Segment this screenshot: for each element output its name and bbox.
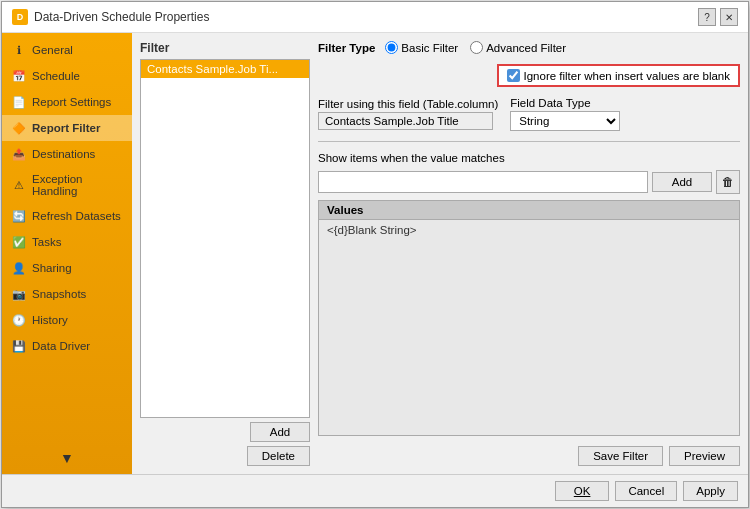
sidebar-item-report-settings[interactable]: 📄 Report Settings [2, 89, 132, 115]
basic-filter-label: Basic Filter [401, 42, 458, 54]
left-panel: Filter Contacts Sample.Job Ti... Add Del… [140, 41, 310, 466]
sidebar-item-label-history: History [32, 314, 68, 326]
close-button[interactable]: ✕ [720, 8, 738, 26]
sidebar-item-label-snapshots: Snapshots [32, 288, 86, 300]
exception-handling-icon: ⚠ [12, 178, 26, 192]
ok-button[interactable]: OK [555, 481, 610, 501]
report-filter-icon: 🔶 [12, 121, 26, 135]
sidebar-item-snapshots[interactable]: 📷 Snapshots [2, 281, 132, 307]
history-icon: 🕐 [12, 313, 26, 327]
snapshots-icon: 📷 [12, 287, 26, 301]
bottom-buttons: Save Filter Preview [318, 442, 740, 466]
dialog-title: Data-Driven Schedule Properties [34, 10, 209, 24]
refresh-datasets-icon: 🔄 [12, 209, 26, 223]
filter-type-label: Filter Type [318, 42, 375, 54]
filter-type-radio-group: Basic Filter Advanced Filter [385, 41, 566, 54]
ignore-filter-box: Ignore filter when insert values are bla… [497, 64, 740, 87]
sidebar-item-label-report-settings: Report Settings [32, 96, 111, 108]
add-filter-button[interactable]: Add [250, 422, 310, 442]
sidebar-item-refresh-datasets[interactable]: 🔄 Refresh Datasets [2, 203, 132, 229]
search-add-row: Add 🗑 [318, 170, 740, 194]
apply-button[interactable]: Apply [683, 481, 738, 501]
sharing-icon: 👤 [12, 261, 26, 275]
schedule-icon: 📅 [12, 69, 26, 83]
sidebar-item-label-tasks: Tasks [32, 236, 61, 248]
values-header: Values [319, 201, 739, 220]
sidebar-item-label-report-filter: Report Filter [32, 122, 100, 134]
clear-icon: 🗑 [722, 175, 734, 189]
advanced-filter-radio-label[interactable]: Advanced Filter [470, 41, 566, 54]
values-section: Values <{d}Blank String> [318, 200, 740, 436]
ignore-filter-checkbox[interactable] [507, 69, 520, 82]
destinations-icon: 📤 [12, 147, 26, 161]
sidebar-item-destinations[interactable]: 📤 Destinations [2, 141, 132, 167]
field-label: Filter using this field (Table.column) [318, 98, 498, 110]
ignore-filter-label: Ignore filter when insert values are bla… [524, 70, 730, 82]
sidebar-item-general[interactable]: ℹ General [2, 37, 132, 63]
bottom-bar: OK Cancel Apply [2, 474, 748, 507]
tasks-icon: ✅ [12, 235, 26, 249]
content-area: ℹ General 📅 Schedule 📄 Report Settings 🔶… [2, 33, 748, 474]
title-bar: D Data-Driven Schedule Properties ? ✕ [2, 2, 748, 33]
main-content: Filter Contacts Sample.Job Ti... Add Del… [132, 33, 748, 474]
sidebar-item-tasks[interactable]: ✅ Tasks [2, 229, 132, 255]
filter-panel-title: Filter [140, 41, 310, 55]
sidebar-arrow-icon: ▼ [60, 450, 74, 466]
divider [318, 141, 740, 142]
right-panel: Filter Type Basic Filter Advanced Filter [318, 41, 740, 466]
dialog: D Data-Driven Schedule Properties ? ✕ ℹ … [1, 1, 749, 508]
general-icon: ℹ [12, 43, 26, 57]
cancel-button[interactable]: Cancel [615, 481, 677, 501]
filter-list: Contacts Sample.Job Ti... [140, 59, 310, 418]
advanced-filter-label: Advanced Filter [486, 42, 566, 54]
sidebar-item-data-driver[interactable]: 💾 Data Driver [2, 333, 132, 359]
sidebar-item-label-sharing: Sharing [32, 262, 72, 274]
sidebar-item-label-schedule: Schedule [32, 70, 80, 82]
values-item: <{d}Blank String> [327, 224, 417, 236]
data-driver-icon: 💾 [12, 339, 26, 353]
help-button[interactable]: ? [698, 8, 716, 26]
dialog-icon: D [12, 9, 28, 25]
preview-button[interactable]: Preview [669, 446, 740, 466]
advanced-filter-radio[interactable] [470, 41, 483, 54]
sidebar: ℹ General 📅 Schedule 📄 Report Settings 🔶… [2, 33, 132, 474]
sidebar-item-label-exception-handling: Exception Handling [32, 173, 122, 197]
field-data-type-label: Field Data Type [510, 97, 620, 109]
sidebar-bottom: ▼ [2, 442, 132, 474]
filter-panel-buttons: Add Delete [140, 422, 310, 466]
sidebar-item-report-filter[interactable]: 🔶 Report Filter [2, 115, 132, 141]
clear-button[interactable]: 🗑 [716, 170, 740, 194]
filter-list-item[interactable]: Contacts Sample.Job Ti... [141, 60, 309, 78]
show-items-label: Show items when the value matches [318, 152, 740, 164]
field-value-input[interactable] [318, 112, 493, 130]
save-filter-button[interactable]: Save Filter [578, 446, 663, 466]
report-settings-icon: 📄 [12, 95, 26, 109]
add-value-button[interactable]: Add [652, 172, 712, 192]
sidebar-item-label-data-driver: Data Driver [32, 340, 90, 352]
two-panel: Filter Contacts Sample.Job Ti... Add Del… [140, 41, 740, 466]
field-data-type-select[interactable]: String Integer Date Boolean [510, 111, 620, 131]
sidebar-item-label-general: General [32, 44, 73, 56]
sidebar-item-exception-handling[interactable]: ⚠ Exception Handling [2, 167, 132, 203]
sidebar-item-sharing[interactable]: 👤 Sharing [2, 255, 132, 281]
search-input[interactable] [318, 171, 648, 193]
delete-filter-button[interactable]: Delete [247, 446, 310, 466]
sidebar-item-label-destinations: Destinations [32, 148, 95, 160]
sidebar-item-history[interactable]: 🕐 History [2, 307, 132, 333]
values-content: <{d}Blank String> [319, 220, 739, 435]
sidebar-item-schedule[interactable]: 📅 Schedule [2, 63, 132, 89]
basic-filter-radio-label[interactable]: Basic Filter [385, 41, 458, 54]
sidebar-item-label-refresh-datasets: Refresh Datasets [32, 210, 121, 222]
basic-filter-radio[interactable] [385, 41, 398, 54]
